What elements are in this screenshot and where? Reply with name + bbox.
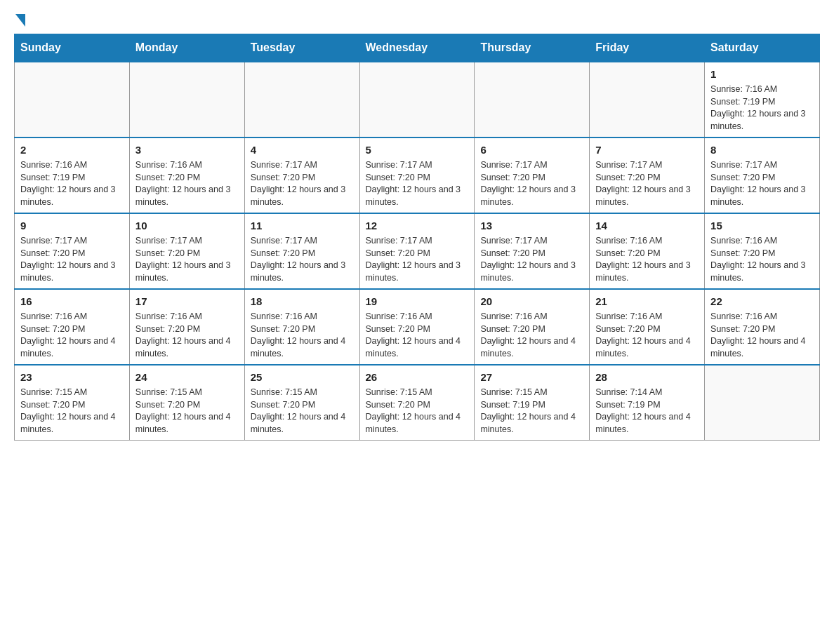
calendar-cell: 4Sunrise: 7:17 AMSunset: 7:20 PMDaylight… — [244, 137, 359, 213]
column-header-sunday: Sunday — [15, 34, 130, 62]
day-info: Sunrise: 7:17 AMSunset: 7:20 PMDaylight:… — [135, 235, 239, 284]
day-info: Sunrise: 7:16 AMSunset: 7:20 PMDaylight:… — [710, 235, 814, 284]
day-number: 7 — [595, 142, 699, 157]
calendar-cell: 19Sunrise: 7:16 AMSunset: 7:20 PMDayligh… — [359, 289, 475, 365]
day-info: Sunrise: 7:16 AMSunset: 7:20 PMDaylight:… — [595, 235, 699, 284]
calendar-cell — [15, 62, 130, 137]
day-number: 12 — [366, 218, 469, 233]
calendar-cell: 5Sunrise: 7:17 AMSunset: 7:20 PMDaylight… — [359, 137, 475, 213]
column-header-wednesday: Wednesday — [359, 34, 475, 62]
day-info: Sunrise: 7:17 AMSunset: 7:20 PMDaylight:… — [20, 235, 124, 284]
day-info: Sunrise: 7:17 AMSunset: 7:20 PMDaylight:… — [251, 159, 354, 208]
calendar-cell: 15Sunrise: 7:16 AMSunset: 7:20 PMDayligh… — [705, 213, 820, 289]
day-number: 4 — [251, 142, 354, 157]
week-row-5: 23Sunrise: 7:15 AMSunset: 7:20 PMDayligh… — [15, 365, 820, 441]
day-info: Sunrise: 7:17 AMSunset: 7:20 PMDaylight:… — [366, 159, 469, 208]
day-number: 3 — [135, 142, 239, 157]
day-info: Sunrise: 7:16 AMSunset: 7:19 PMDaylight:… — [20, 159, 124, 208]
day-number: 26 — [366, 370, 469, 384]
calendar-cell: 11Sunrise: 7:17 AMSunset: 7:20 PMDayligh… — [244, 213, 359, 289]
day-number: 17 — [135, 294, 239, 309]
day-info: Sunrise: 7:16 AMSunset: 7:20 PMDaylight:… — [366, 311, 469, 360]
calendar-cell: 20Sunrise: 7:16 AMSunset: 7:20 PMDayligh… — [475, 289, 590, 365]
calendar-cell: 27Sunrise: 7:15 AMSunset: 7:19 PMDayligh… — [475, 365, 590, 441]
calendar-cell — [359, 62, 475, 137]
week-row-4: 16Sunrise: 7:16 AMSunset: 7:20 PMDayligh… — [15, 289, 820, 365]
calendar-cell — [705, 365, 820, 441]
day-number: 19 — [366, 294, 469, 309]
day-info: Sunrise: 7:16 AMSunset: 7:20 PMDaylight:… — [480, 311, 583, 360]
week-row-1: 1Sunrise: 7:16 AMSunset: 7:19 PMDaylight… — [15, 62, 820, 137]
day-info: Sunrise: 7:17 AMSunset: 7:20 PMDaylight:… — [595, 159, 699, 208]
day-info: Sunrise: 7:15 AMSunset: 7:20 PMDaylight:… — [251, 387, 354, 436]
calendar-cell: 25Sunrise: 7:15 AMSunset: 7:20 PMDayligh… — [244, 365, 359, 441]
calendar-cell: 3Sunrise: 7:16 AMSunset: 7:20 PMDaylight… — [129, 137, 244, 213]
calendar-cell — [244, 62, 359, 137]
day-info: Sunrise: 7:17 AMSunset: 7:20 PMDaylight:… — [480, 159, 583, 208]
logo — [14, 14, 27, 27]
day-number: 21 — [595, 294, 699, 309]
calendar-cell: 24Sunrise: 7:15 AMSunset: 7:20 PMDayligh… — [129, 365, 244, 441]
calendar-cell — [590, 62, 705, 137]
day-number: 9 — [20, 218, 124, 233]
day-number: 28 — [595, 370, 699, 384]
calendar-header-row: SundayMondayTuesdayWednesdayThursdayFrid… — [15, 34, 820, 62]
calendar-table: SundayMondayTuesdayWednesdayThursdayFrid… — [14, 34, 820, 441]
column-header-thursday: Thursday — [475, 34, 590, 62]
day-number: 11 — [251, 218, 354, 233]
calendar-cell: 21Sunrise: 7:16 AMSunset: 7:20 PMDayligh… — [590, 289, 705, 365]
day-info: Sunrise: 7:15 AMSunset: 7:20 PMDaylight:… — [20, 387, 124, 436]
column-header-monday: Monday — [129, 34, 244, 62]
day-number: 8 — [710, 142, 814, 157]
calendar-cell: 16Sunrise: 7:16 AMSunset: 7:20 PMDayligh… — [15, 289, 130, 365]
calendar-cell: 8Sunrise: 7:17 AMSunset: 7:20 PMDaylight… — [705, 137, 820, 213]
week-row-3: 9Sunrise: 7:17 AMSunset: 7:20 PMDaylight… — [15, 213, 820, 289]
day-number: 25 — [251, 370, 354, 384]
day-number: 27 — [480, 370, 583, 384]
page-header — [14, 14, 820, 27]
day-info: Sunrise: 7:16 AMSunset: 7:20 PMDaylight:… — [710, 311, 814, 360]
calendar-cell — [475, 62, 590, 137]
day-info: Sunrise: 7:15 AMSunset: 7:19 PMDaylight:… — [480, 387, 583, 436]
day-number: 2 — [20, 142, 124, 157]
calendar-cell: 28Sunrise: 7:14 AMSunset: 7:19 PMDayligh… — [590, 365, 705, 441]
day-info: Sunrise: 7:16 AMSunset: 7:20 PMDaylight:… — [135, 311, 239, 360]
calendar-cell: 18Sunrise: 7:16 AMSunset: 7:20 PMDayligh… — [244, 289, 359, 365]
logo-arrow-icon — [15, 14, 25, 27]
day-number: 22 — [710, 294, 814, 309]
calendar-cell: 12Sunrise: 7:17 AMSunset: 7:20 PMDayligh… — [359, 213, 475, 289]
calendar-cell: 26Sunrise: 7:15 AMSunset: 7:20 PMDayligh… — [359, 365, 475, 441]
day-number: 16 — [20, 294, 124, 309]
day-info: Sunrise: 7:17 AMSunset: 7:20 PMDaylight:… — [710, 159, 814, 208]
day-info: Sunrise: 7:17 AMSunset: 7:20 PMDaylight:… — [251, 235, 354, 284]
day-info: Sunrise: 7:16 AMSunset: 7:20 PMDaylight:… — [20, 311, 124, 360]
day-number: 6 — [480, 142, 583, 157]
day-info: Sunrise: 7:17 AMSunset: 7:20 PMDaylight:… — [480, 235, 583, 284]
calendar-cell: 6Sunrise: 7:17 AMSunset: 7:20 PMDaylight… — [475, 137, 590, 213]
day-number: 1 — [710, 67, 814, 81]
day-info: Sunrise: 7:17 AMSunset: 7:20 PMDaylight:… — [366, 235, 469, 284]
day-number: 23 — [20, 370, 124, 384]
day-number: 5 — [366, 142, 469, 157]
calendar-cell: 22Sunrise: 7:16 AMSunset: 7:20 PMDayligh… — [705, 289, 820, 365]
day-info: Sunrise: 7:16 AMSunset: 7:19 PMDaylight:… — [710, 83, 814, 133]
calendar-cell: 9Sunrise: 7:17 AMSunset: 7:20 PMDaylight… — [15, 213, 130, 289]
calendar-cell: 7Sunrise: 7:17 AMSunset: 7:20 PMDaylight… — [590, 137, 705, 213]
day-info: Sunrise: 7:15 AMSunset: 7:20 PMDaylight:… — [366, 387, 469, 436]
calendar-cell — [129, 62, 244, 137]
column-header-saturday: Saturday — [705, 34, 820, 62]
day-number: 20 — [480, 294, 583, 309]
day-info: Sunrise: 7:14 AMSunset: 7:19 PMDaylight:… — [595, 387, 699, 436]
calendar-cell: 2Sunrise: 7:16 AMSunset: 7:19 PMDaylight… — [15, 137, 130, 213]
week-row-2: 2Sunrise: 7:16 AMSunset: 7:19 PMDaylight… — [15, 137, 820, 213]
calendar-cell: 17Sunrise: 7:16 AMSunset: 7:20 PMDayligh… — [129, 289, 244, 365]
day-info: Sunrise: 7:16 AMSunset: 7:20 PMDaylight:… — [135, 159, 239, 208]
day-number: 14 — [595, 218, 699, 233]
day-info: Sunrise: 7:15 AMSunset: 7:20 PMDaylight:… — [135, 387, 239, 436]
calendar-cell: 23Sunrise: 7:15 AMSunset: 7:20 PMDayligh… — [15, 365, 130, 441]
column-header-friday: Friday — [590, 34, 705, 62]
day-info: Sunrise: 7:16 AMSunset: 7:20 PMDaylight:… — [251, 311, 354, 360]
column-header-tuesday: Tuesday — [244, 34, 359, 62]
calendar-cell: 10Sunrise: 7:17 AMSunset: 7:20 PMDayligh… — [129, 213, 244, 289]
day-number: 18 — [251, 294, 354, 309]
